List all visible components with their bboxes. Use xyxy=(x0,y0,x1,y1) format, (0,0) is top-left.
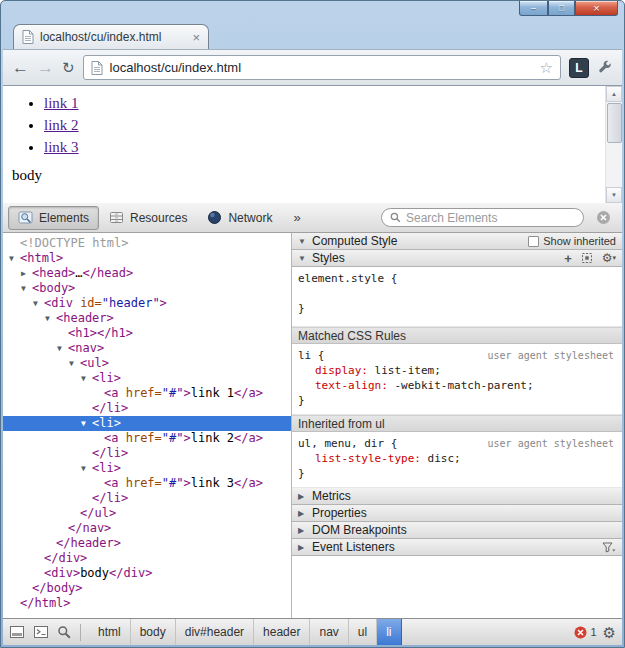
expander-down-icon[interactable]: ▼ xyxy=(298,254,308,263)
dom-tree-row[interactable]: </body> xyxy=(3,581,291,596)
css-property[interactable]: display: list-item; xyxy=(298,363,616,378)
panel-tab-elements[interactable]: Elements xyxy=(8,206,99,230)
reload-button[interactable]: ↻ xyxy=(62,60,75,75)
window-titlebar[interactable]: – □ × xyxy=(3,1,622,22)
filter-icon[interactable] xyxy=(602,542,616,553)
expander-down-icon[interactable]: ▼ xyxy=(57,341,68,356)
element-style-block[interactable]: element.style { } xyxy=(292,267,622,327)
dom-tree-row[interactable]: <a href="#">link 3</a> xyxy=(3,476,291,491)
breadcrumb-item-ul[interactable]: ul xyxy=(349,619,377,645)
expander-down-icon[interactable]: ▼ xyxy=(21,281,32,296)
pane-header-event-listeners[interactable]: ▶Event Listeners xyxy=(292,539,622,556)
bookmark-star-icon[interactable]: ☆ xyxy=(540,60,553,75)
url-text[interactable]: localhost/cu/index.html xyxy=(110,60,533,75)
page-scrollbar[interactable]: ▲ ▼ xyxy=(605,86,622,203)
tab-favicon-icon xyxy=(22,30,34,44)
dom-tree-row[interactable]: ▼<html> xyxy=(3,251,291,266)
address-bar[interactable]: localhost/cu/index.html ☆ xyxy=(83,55,561,80)
element-state-icon[interactable] xyxy=(581,252,593,264)
inspect-element-icon[interactable] xyxy=(57,625,72,640)
breadcrumb-item-div-header[interactable]: div#header xyxy=(176,619,254,645)
dom-tree-row[interactable]: ▼<li> xyxy=(3,371,291,386)
panel-tab-network[interactable]: Network xyxy=(197,206,282,230)
breadcrumb-item-html[interactable]: html xyxy=(89,619,131,645)
dom-tree-row[interactable]: ▼<body> xyxy=(3,281,291,296)
search-input[interactable] xyxy=(406,211,575,225)
dom-tree-row[interactable]: ▼<div id="header"> xyxy=(3,296,291,311)
dom-tree-row[interactable]: </li> xyxy=(3,401,291,416)
browser-tab[interactable]: localhost/cu/index.html × xyxy=(13,24,209,49)
tab-close-icon[interactable]: × xyxy=(192,31,200,44)
panel-tab-resources[interactable]: Resources xyxy=(99,206,197,230)
page-link[interactable]: link 3 xyxy=(44,139,79,155)
dom-tree-row[interactable]: </div> xyxy=(3,551,291,566)
scroll-down-icon[interactable]: ▼ xyxy=(606,187,622,203)
dom-tree-row[interactable]: ▼<li> xyxy=(3,461,291,476)
scroll-up-icon[interactable]: ▲ xyxy=(606,86,622,102)
devtools-close-icon[interactable] xyxy=(596,210,611,225)
dom-tree-row[interactable]: ▶<head>…</head> xyxy=(3,266,291,281)
expander-down-icon[interactable]: ▼ xyxy=(69,356,80,371)
expander-down-icon[interactable]: ▼ xyxy=(45,311,56,326)
expander-down-icon[interactable]: ▼ xyxy=(298,237,308,246)
gear-icon[interactable]: ⚙▾ xyxy=(602,252,616,264)
maximize-button[interactable]: □ xyxy=(548,1,575,16)
dom-tree-row[interactable]: </li> xyxy=(3,491,291,506)
dock-side-icon[interactable] xyxy=(9,625,25,639)
dom-tree-row[interactable]: ▼<nav> xyxy=(3,341,291,356)
extension-button[interactable]: L xyxy=(569,58,589,78)
minimize-button[interactable]: – xyxy=(519,1,548,16)
dom-tree-row[interactable]: </nav> xyxy=(3,521,291,536)
dom-tree-row[interactable]: </li> xyxy=(3,446,291,461)
breadcrumb-item-body[interactable]: body xyxy=(131,619,176,645)
new-style-rule-icon[interactable]: + xyxy=(564,252,572,265)
css-property-name: text-align: xyxy=(315,379,388,392)
wrench-menu-icon[interactable] xyxy=(597,60,613,76)
settings-gear-icon[interactable]: ⚙ xyxy=(603,625,616,640)
dom-tree-row[interactable]: ▼<li> xyxy=(3,416,291,431)
overflow-chevron[interactable]: » xyxy=(285,210,308,225)
pane-header-metrics[interactable]: ▶Metrics xyxy=(292,488,622,505)
css-rule[interactable]: ul, menu, dir {user agent stylesheetlist… xyxy=(292,432,622,488)
show-inherited-checkbox[interactable]: Show inherited xyxy=(528,235,616,247)
scrollbar-thumb[interactable] xyxy=(607,103,622,143)
error-count[interactable]: 1 xyxy=(574,626,596,639)
checkbox-icon[interactable] xyxy=(528,236,539,247)
dom-tree-row[interactable]: <a href="#">link 2</a> xyxy=(3,431,291,446)
dom-tree-row[interactable]: ▼<header> xyxy=(3,311,291,326)
computed-style-header[interactable]: ▼ Computed Style Show inherited xyxy=(292,233,622,250)
breadcrumb-item-li[interactable]: li xyxy=(377,619,401,645)
page-link[interactable]: link 1 xyxy=(44,95,79,111)
dom-tree-row[interactable]: </header> xyxy=(3,536,291,551)
dom-tree-row[interactable]: ▼<ul> xyxy=(3,356,291,371)
dom-tree-row[interactable]: <!DOCTYPE html> xyxy=(3,236,291,251)
expander-down-icon[interactable]: ▼ xyxy=(33,296,44,311)
close-button[interactable]: × xyxy=(575,1,618,16)
dom-tree-row[interactable]: <h1></h1> xyxy=(3,326,291,341)
dom-tree-row[interactable]: </html> xyxy=(3,596,291,611)
page-link[interactable]: link 2 xyxy=(44,117,79,133)
css-property[interactable]: text-align: -webkit-match-parent; xyxy=(298,378,616,393)
styles-header[interactable]: ▼ Styles + ⚙▾ xyxy=(292,250,622,267)
element-style-empty-line[interactable] xyxy=(298,286,616,301)
expander-down-icon[interactable]: ▼ xyxy=(81,371,92,386)
styles-subsection-header[interactable]: Matched CSS Rules xyxy=(292,327,622,344)
css-property[interactable]: list-style-type: disc; xyxy=(298,451,616,466)
devtools-search[interactable] xyxy=(381,208,584,227)
breadcrumb-item-header[interactable]: header xyxy=(254,619,310,645)
console-toggle-icon[interactable] xyxy=(33,625,49,639)
expander-down-icon[interactable]: ▼ xyxy=(81,461,92,476)
expander-down-icon[interactable]: ▼ xyxy=(9,251,20,266)
dom-tree-row[interactable]: </ul> xyxy=(3,506,291,521)
dom-tree-row[interactable]: <div>body</div> xyxy=(3,566,291,581)
css-rule[interactable]: li {user agent stylesheetdisplay: list-i… xyxy=(292,344,622,415)
expander-down-icon[interactable]: ▼ xyxy=(81,416,92,431)
back-button[interactable]: ← xyxy=(12,59,29,76)
breadcrumb-item-nav[interactable]: nav xyxy=(310,619,348,645)
pane-header-properties[interactable]: ▶Properties xyxy=(292,505,622,522)
expander-right-icon[interactable]: ▶ xyxy=(21,266,32,281)
pane-header-dom-breakpoints[interactable]: ▶DOM Breakpoints xyxy=(292,522,622,539)
forward-button[interactable]: → xyxy=(37,59,54,76)
styles-subsection-header[interactable]: Inherited from ul xyxy=(292,415,622,432)
dom-tree-row[interactable]: <a href="#">link 1</a> xyxy=(3,386,291,401)
